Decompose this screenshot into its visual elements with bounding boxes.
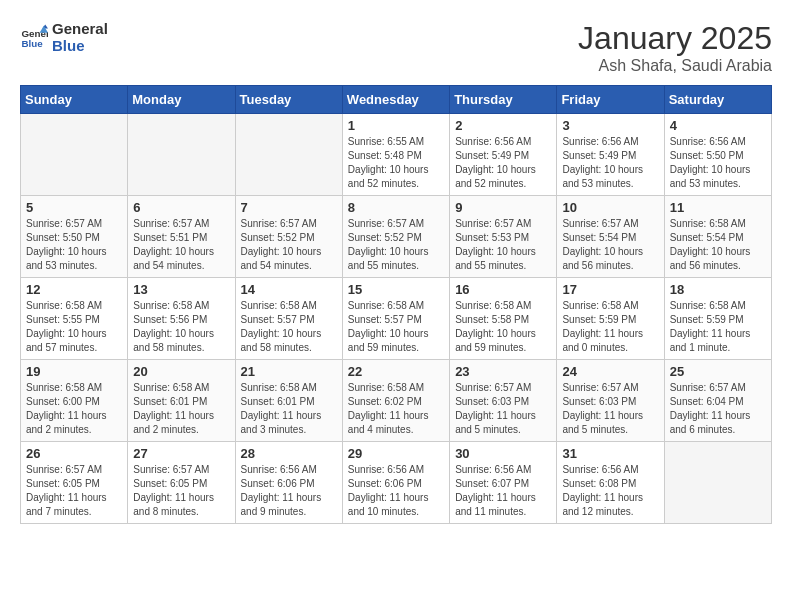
day-number: 30	[455, 446, 551, 461]
day-number: 13	[133, 282, 229, 297]
day-info: Sunrise: 6:57 AM Sunset: 6:05 PM Dayligh…	[26, 463, 122, 519]
day-number: 15	[348, 282, 444, 297]
day-number: 6	[133, 200, 229, 215]
weekday-header-friday: Friday	[557, 86, 664, 114]
day-info: Sunrise: 6:57 AM Sunset: 6:05 PM Dayligh…	[133, 463, 229, 519]
calendar-cell: 10Sunrise: 6:57 AM Sunset: 5:54 PM Dayli…	[557, 196, 664, 278]
day-info: Sunrise: 6:57 AM Sunset: 6:04 PM Dayligh…	[670, 381, 766, 437]
calendar-header-row: SundayMondayTuesdayWednesdayThursdayFrid…	[21, 86, 772, 114]
calendar-cell: 2Sunrise: 6:56 AM Sunset: 5:49 PM Daylig…	[450, 114, 557, 196]
weekday-header-sunday: Sunday	[21, 86, 128, 114]
calendar-week-row: 5Sunrise: 6:57 AM Sunset: 5:50 PM Daylig…	[21, 196, 772, 278]
calendar-cell: 1Sunrise: 6:55 AM Sunset: 5:48 PM Daylig…	[342, 114, 449, 196]
calendar-cell: 31Sunrise: 6:56 AM Sunset: 6:08 PM Dayli…	[557, 442, 664, 524]
calendar-cell	[664, 442, 771, 524]
day-info: Sunrise: 6:57 AM Sunset: 5:52 PM Dayligh…	[241, 217, 337, 273]
calendar-cell: 30Sunrise: 6:56 AM Sunset: 6:07 PM Dayli…	[450, 442, 557, 524]
day-info: Sunrise: 6:56 AM Sunset: 5:49 PM Dayligh…	[562, 135, 658, 191]
day-number: 5	[26, 200, 122, 215]
day-info: Sunrise: 6:58 AM Sunset: 5:56 PM Dayligh…	[133, 299, 229, 355]
day-info: Sunrise: 6:58 AM Sunset: 6:00 PM Dayligh…	[26, 381, 122, 437]
day-number: 24	[562, 364, 658, 379]
day-info: Sunrise: 6:56 AM Sunset: 5:50 PM Dayligh…	[670, 135, 766, 191]
logo: General Blue General Blue	[20, 20, 108, 54]
day-info: Sunrise: 6:58 AM Sunset: 5:54 PM Dayligh…	[670, 217, 766, 273]
day-number: 10	[562, 200, 658, 215]
title-section: January 2025 Ash Shafa, Saudi Arabia	[578, 20, 772, 75]
day-number: 18	[670, 282, 766, 297]
calendar-cell: 18Sunrise: 6:58 AM Sunset: 5:59 PM Dayli…	[664, 278, 771, 360]
day-number: 3	[562, 118, 658, 133]
day-number: 22	[348, 364, 444, 379]
logo-blue: Blue	[52, 37, 108, 54]
day-number: 27	[133, 446, 229, 461]
day-info: Sunrise: 6:58 AM Sunset: 6:01 PM Dayligh…	[241, 381, 337, 437]
calendar-cell: 16Sunrise: 6:58 AM Sunset: 5:58 PM Dayli…	[450, 278, 557, 360]
day-number: 31	[562, 446, 658, 461]
calendar-cell: 5Sunrise: 6:57 AM Sunset: 5:50 PM Daylig…	[21, 196, 128, 278]
day-number: 17	[562, 282, 658, 297]
calendar-week-row: 26Sunrise: 6:57 AM Sunset: 6:05 PM Dayli…	[21, 442, 772, 524]
day-info: Sunrise: 6:58 AM Sunset: 5:59 PM Dayligh…	[562, 299, 658, 355]
calendar-body: 1Sunrise: 6:55 AM Sunset: 5:48 PM Daylig…	[21, 114, 772, 524]
calendar-cell: 11Sunrise: 6:58 AM Sunset: 5:54 PM Dayli…	[664, 196, 771, 278]
calendar-cell	[235, 114, 342, 196]
day-info: Sunrise: 6:57 AM Sunset: 5:53 PM Dayligh…	[455, 217, 551, 273]
day-number: 16	[455, 282, 551, 297]
day-info: Sunrise: 6:56 AM Sunset: 6:08 PM Dayligh…	[562, 463, 658, 519]
calendar-week-row: 1Sunrise: 6:55 AM Sunset: 5:48 PM Daylig…	[21, 114, 772, 196]
day-number: 9	[455, 200, 551, 215]
calendar-cell	[21, 114, 128, 196]
day-number: 11	[670, 200, 766, 215]
logo-icon: General Blue	[20, 23, 48, 51]
weekday-header-saturday: Saturday	[664, 86, 771, 114]
day-number: 19	[26, 364, 122, 379]
svg-text:Blue: Blue	[21, 38, 43, 49]
calendar-cell: 15Sunrise: 6:58 AM Sunset: 5:57 PM Dayli…	[342, 278, 449, 360]
day-number: 29	[348, 446, 444, 461]
day-info: Sunrise: 6:55 AM Sunset: 5:48 PM Dayligh…	[348, 135, 444, 191]
location-title: Ash Shafa, Saudi Arabia	[578, 57, 772, 75]
day-info: Sunrise: 6:57 AM Sunset: 5:50 PM Dayligh…	[26, 217, 122, 273]
month-title: January 2025	[578, 20, 772, 57]
day-number: 28	[241, 446, 337, 461]
calendar-table: SundayMondayTuesdayWednesdayThursdayFrid…	[20, 85, 772, 524]
day-info: Sunrise: 6:58 AM Sunset: 5:58 PM Dayligh…	[455, 299, 551, 355]
weekday-header-wednesday: Wednesday	[342, 86, 449, 114]
calendar-cell: 4Sunrise: 6:56 AM Sunset: 5:50 PM Daylig…	[664, 114, 771, 196]
day-number: 1	[348, 118, 444, 133]
day-info: Sunrise: 6:57 AM Sunset: 5:54 PM Dayligh…	[562, 217, 658, 273]
weekday-header-monday: Monday	[128, 86, 235, 114]
calendar-cell: 28Sunrise: 6:56 AM Sunset: 6:06 PM Dayli…	[235, 442, 342, 524]
calendar-cell: 8Sunrise: 6:57 AM Sunset: 5:52 PM Daylig…	[342, 196, 449, 278]
day-info: Sunrise: 6:58 AM Sunset: 5:59 PM Dayligh…	[670, 299, 766, 355]
day-info: Sunrise: 6:56 AM Sunset: 6:06 PM Dayligh…	[241, 463, 337, 519]
day-info: Sunrise: 6:57 AM Sunset: 5:51 PM Dayligh…	[133, 217, 229, 273]
day-number: 8	[348, 200, 444, 215]
calendar-week-row: 12Sunrise: 6:58 AM Sunset: 5:55 PM Dayli…	[21, 278, 772, 360]
calendar-cell: 27Sunrise: 6:57 AM Sunset: 6:05 PM Dayli…	[128, 442, 235, 524]
day-number: 20	[133, 364, 229, 379]
weekday-header-tuesday: Tuesday	[235, 86, 342, 114]
day-number: 26	[26, 446, 122, 461]
day-info: Sunrise: 6:57 AM Sunset: 5:52 PM Dayligh…	[348, 217, 444, 273]
calendar-cell: 29Sunrise: 6:56 AM Sunset: 6:06 PM Dayli…	[342, 442, 449, 524]
calendar-cell: 22Sunrise: 6:58 AM Sunset: 6:02 PM Dayli…	[342, 360, 449, 442]
calendar-cell: 19Sunrise: 6:58 AM Sunset: 6:00 PM Dayli…	[21, 360, 128, 442]
day-info: Sunrise: 6:58 AM Sunset: 6:01 PM Dayligh…	[133, 381, 229, 437]
day-number: 14	[241, 282, 337, 297]
calendar-cell: 9Sunrise: 6:57 AM Sunset: 5:53 PM Daylig…	[450, 196, 557, 278]
calendar-cell: 21Sunrise: 6:58 AM Sunset: 6:01 PM Dayli…	[235, 360, 342, 442]
day-info: Sunrise: 6:57 AM Sunset: 6:03 PM Dayligh…	[562, 381, 658, 437]
calendar-week-row: 19Sunrise: 6:58 AM Sunset: 6:00 PM Dayli…	[21, 360, 772, 442]
day-info: Sunrise: 6:57 AM Sunset: 6:03 PM Dayligh…	[455, 381, 551, 437]
calendar-cell: 7Sunrise: 6:57 AM Sunset: 5:52 PM Daylig…	[235, 196, 342, 278]
day-info: Sunrise: 6:58 AM Sunset: 5:55 PM Dayligh…	[26, 299, 122, 355]
day-number: 23	[455, 364, 551, 379]
day-info: Sunrise: 6:56 AM Sunset: 6:07 PM Dayligh…	[455, 463, 551, 519]
calendar-cell: 6Sunrise: 6:57 AM Sunset: 5:51 PM Daylig…	[128, 196, 235, 278]
calendar-cell: 25Sunrise: 6:57 AM Sunset: 6:04 PM Dayli…	[664, 360, 771, 442]
day-info: Sunrise: 6:58 AM Sunset: 5:57 PM Dayligh…	[241, 299, 337, 355]
calendar-cell: 12Sunrise: 6:58 AM Sunset: 5:55 PM Dayli…	[21, 278, 128, 360]
day-info: Sunrise: 6:56 AM Sunset: 5:49 PM Dayligh…	[455, 135, 551, 191]
